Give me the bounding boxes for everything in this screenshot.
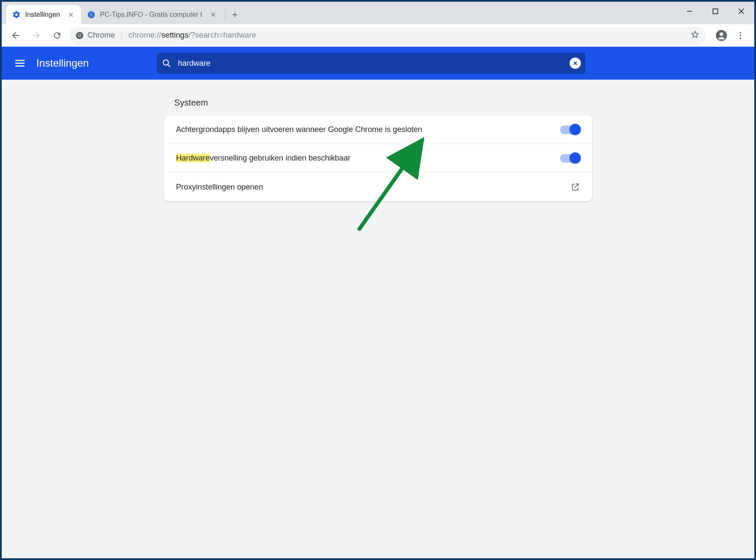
row-label: Proxyinstellingen openen <box>176 183 263 192</box>
settings-search-input[interactable] <box>178 53 564 74</box>
tab-strip: Instellingen i PC-Tips.INFO - Gratis com… <box>2 2 754 24</box>
bookmark-star-icon[interactable] <box>690 30 700 41</box>
site-favicon-icon: i <box>87 10 96 19</box>
site-chip: Chrome <box>75 31 124 40</box>
row-label: Hardwareversnelling gebruiken indien bes… <box>176 154 350 163</box>
url-text: chrome://settings/?search=hardware <box>128 31 256 40</box>
tab-close-button[interactable] <box>67 11 75 19</box>
page-title: Instellingen <box>36 57 89 69</box>
window-maximize-button[interactable] <box>702 2 728 21</box>
settings-content: Systeem Achtergrondapps blijven uitvoere… <box>2 80 754 558</box>
svg-rect-1 <box>713 9 718 14</box>
svg-point-17 <box>740 32 741 33</box>
external-link-icon <box>570 182 580 192</box>
forward-button[interactable] <box>28 27 45 44</box>
svg-point-18 <box>740 35 741 36</box>
back-button[interactable] <box>7 27 24 44</box>
section-title-system: Systeem <box>174 98 592 108</box>
system-card: Achtergrondapps blijven uitvoeren wannee… <box>164 116 592 201</box>
row-hardware-acceleration[interactable]: Hardwareversnelling gebruiken indien bes… <box>164 144 592 173</box>
reload-button[interactable] <box>48 27 66 44</box>
tab-separator <box>225 9 225 20</box>
tab-title: PC-Tips.INFO - Gratis computer t <box>100 11 202 19</box>
chrome-menu-button[interactable] <box>732 27 749 44</box>
settings-header: Instellingen <box>2 47 754 80</box>
window-minimize-button[interactable] <box>676 2 702 21</box>
row-label: Achtergrondapps blijven uitvoeren wannee… <box>176 125 422 134</box>
svg-line-21 <box>168 64 170 67</box>
row-background-apps[interactable]: Achtergrondapps blijven uitvoeren wannee… <box>164 116 592 144</box>
clear-search-button[interactable] <box>570 58 581 69</box>
new-tab-button[interactable] <box>227 7 243 23</box>
search-icon <box>161 58 172 68</box>
window-close-button[interactable] <box>728 2 754 21</box>
tab-pctips[interactable]: i PC-Tips.INFO - Gratis computer t <box>81 5 223 24</box>
chrome-icon <box>75 31 84 40</box>
chip-label: Chrome <box>87 31 115 40</box>
address-bar[interactable]: Chrome chrome://settings/?search=hardwar… <box>69 27 706 44</box>
svg-point-19 <box>740 37 741 39</box>
toolbar-right <box>713 27 749 44</box>
svg-point-16 <box>720 32 723 35</box>
tab-settings[interactable]: Instellingen <box>6 5 81 24</box>
gear-icon <box>12 10 21 19</box>
browser-toolbar: Chrome chrome://settings/?search=hardwar… <box>2 24 754 47</box>
window-controls <box>676 2 754 21</box>
tab-close-button[interactable] <box>209 11 217 19</box>
row-proxy-settings[interactable]: Proxyinstellingen openen <box>164 173 592 201</box>
search-highlight: Hardware <box>176 154 210 162</box>
toggle-background-apps[interactable] <box>560 126 580 134</box>
svg-point-14 <box>79 34 81 36</box>
profile-avatar-button[interactable] <box>713 27 730 44</box>
tab-title: Instellingen <box>25 11 60 19</box>
svg-text:i: i <box>91 13 92 17</box>
settings-search[interactable] <box>157 53 585 74</box>
toggle-hardware-acceleration[interactable] <box>560 154 580 163</box>
menu-button[interactable] <box>11 55 29 72</box>
